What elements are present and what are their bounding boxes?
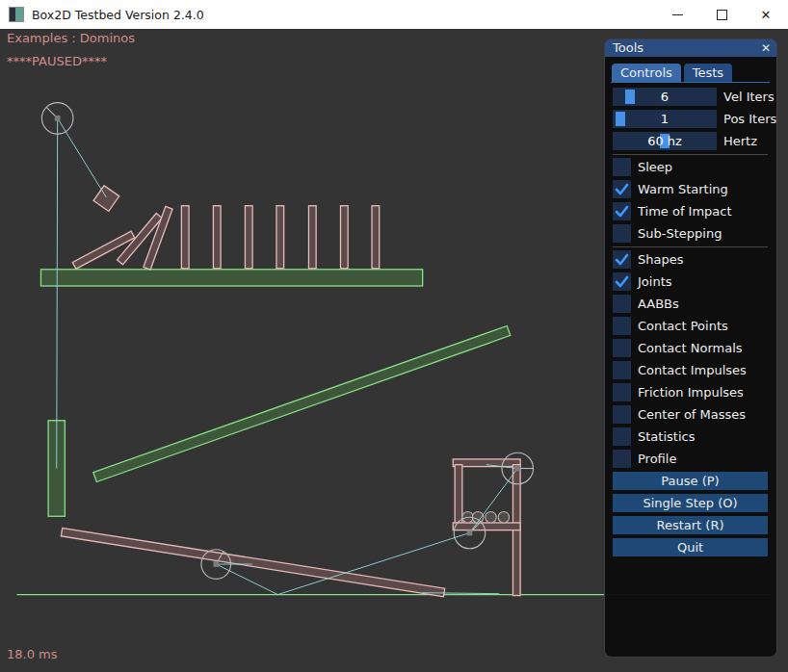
dynamic-body: [61, 528, 444, 596]
check-row-sub-stepping: Sub-Stepping: [613, 224, 768, 243]
checkbox-label: Sub-Stepping: [638, 226, 722, 241]
slider-value: 60 hz: [613, 132, 717, 150]
checkbox-center-of-masses[interactable]: [613, 405, 631, 424]
slider-row: 6Vel Iters: [613, 88, 768, 106]
check-row-friction-impulses: Friction Impulses: [613, 383, 768, 401]
close-button[interactable]: ✕: [744, 0, 788, 29]
pause-p-button[interactable]: Pause (P): [613, 472, 768, 490]
checkbox-time-of-impact[interactable]: [613, 202, 631, 220]
tools-titlebar[interactable]: Tools ✕: [605, 39, 776, 57]
checkbox-label: Contact Points: [638, 319, 728, 333]
checkbox-contact-normals[interactable]: [613, 339, 631, 357]
dynamic-body: [308, 206, 316, 269]
check-row-contact-normals: Contact Normals: [613, 339, 768, 357]
checkbox-label: AABBs: [638, 297, 679, 311]
frame-time-label: 18.0 ms: [7, 647, 58, 661]
quit-button[interactable]: Quit: [613, 538, 768, 556]
check-row-contact-points: Contact Points: [613, 317, 768, 335]
check-row-statistics: Statistics: [613, 427, 768, 446]
checkbox-shapes[interactable]: [613, 250, 631, 269]
ball-body: [498, 511, 509, 522]
checkbox-label: Sleep: [638, 160, 672, 174]
check-row-sleep: Sleep: [613, 158, 768, 176]
slider-vel-iters[interactable]: 6: [613, 88, 717, 106]
checkbox-group-draw: ShapesJointsAABBsContact PointsContact N…: [613, 250, 768, 468]
slider-label: Pos Iters: [723, 112, 776, 126]
static-body: [40, 270, 422, 286]
checkbox-warm-starting[interactable]: [613, 180, 631, 198]
dynamic-body: [276, 206, 284, 269]
checkbox-sleep[interactable]: [613, 158, 631, 176]
tools-close-icon[interactable]: ✕: [761, 39, 771, 57]
check-icon: [613, 202, 631, 220]
checkbox-contact-impulses[interactable]: [613, 361, 631, 379]
action-buttons: Pause (P)Single Step (O)Restart (R)Quit: [613, 472, 768, 556]
tools-tab-bar: ControlsTests: [611, 64, 770, 83]
slider-label: Hertz: [723, 134, 757, 148]
tab-controls[interactable]: Controls: [612, 64, 681, 82]
check-icon: [613, 250, 631, 269]
checkbox-label: Center of Masses: [638, 407, 746, 422]
window-title: Box2D Testbed Version 2.4.0: [32, 8, 204, 22]
dynamic-body: [453, 459, 520, 467]
check-row-contact-impulses: Contact Impulses: [613, 361, 768, 379]
tools-panel: Tools ✕ ControlsTests 6Vel Iters1Pos Ite…: [604, 39, 777, 658]
joint-anchor: [467, 530, 473, 536]
check-icon: [613, 180, 631, 198]
checkbox-contact-points[interactable]: [613, 317, 631, 335]
ball-body: [486, 511, 496, 522]
maximize-button[interactable]: [699, 0, 744, 29]
slider-row: 1Pos Iters: [613, 110, 768, 128]
joint-line: [57, 118, 58, 469]
checkbox-label: Contact Normals: [638, 341, 743, 355]
close-icon: ✕: [761, 9, 772, 21]
checkbox-joints[interactable]: [613, 272, 631, 291]
checkbox-label: Shapes: [638, 252, 683, 267]
joint-anchor: [213, 561, 219, 567]
check-row-warm-starting: Warm Starting: [613, 180, 768, 198]
single-step-o-button[interactable]: Single Step (O): [613, 494, 768, 512]
joint-line: [58, 118, 107, 197]
dynamic-body: [245, 206, 252, 269]
dynamic-body: [213, 206, 221, 269]
minimize-icon: [672, 14, 683, 15]
slider-value: 6: [613, 88, 717, 106]
maximize-icon: [717, 10, 727, 20]
tools-title: Tools: [613, 39, 644, 57]
checkbox-label: Statistics: [638, 429, 695, 444]
slider-pos-iters[interactable]: 1: [613, 110, 717, 128]
check-row-time-of-impact: Time of Impact: [613, 202, 768, 220]
slider-hertz[interactable]: 60 hz: [613, 132, 717, 150]
dynamic-body: [340, 206, 348, 269]
separator: [613, 246, 768, 247]
checkbox-label: Profile: [638, 452, 676, 466]
tools-content: 6Vel Iters1Pos Iters60 hzHertz SleepWarm…: [605, 83, 776, 556]
checkbox-aabbs[interactable]: [613, 295, 631, 313]
separator: [613, 154, 768, 155]
checkbox-label: Time of Impact: [638, 204, 732, 219]
restart-r-button[interactable]: Restart (R): [613, 516, 768, 534]
checkbox-statistics[interactable]: [613, 427, 631, 446]
joint-anchor: [514, 466, 520, 472]
check-row-aabbs: AABBs: [613, 295, 768, 313]
checkbox-friction-impulses[interactable]: [613, 383, 631, 401]
paused-label: ****PAUSED****: [7, 54, 107, 68]
slider-group: 6Vel Iters1Pos Iters60 hzHertz: [613, 88, 768, 150]
checkbox-label: Contact Impulses: [638, 363, 747, 377]
window-titlebar: Box2D Testbed Version 2.4.0 ✕: [0, 0, 788, 29]
dynamic-body: [455, 465, 462, 525]
slider-row: 60 hzHertz: [613, 132, 768, 150]
checkbox-label: Friction Impulses: [638, 385, 744, 400]
checkbox-group-sim: SleepWarm StartingTime of ImpactSub-Step…: [613, 158, 768, 243]
checkbox-label: Warm Starting: [638, 182, 728, 196]
checkbox-label: Joints: [638, 274, 672, 289]
checkbox-profile[interactable]: [613, 450, 631, 468]
dynamic-body: [453, 523, 520, 530]
check-row-center-of-masses: Center of Masses: [613, 405, 768, 424]
dynamic-body: [93, 186, 119, 212]
tab-tests[interactable]: Tests: [684, 64, 732, 82]
static-body: [93, 326, 511, 482]
minimize-button[interactable]: [655, 0, 699, 29]
window-caption-buttons: ✕: [655, 0, 788, 29]
checkbox-sub-stepping[interactable]: [613, 224, 631, 243]
